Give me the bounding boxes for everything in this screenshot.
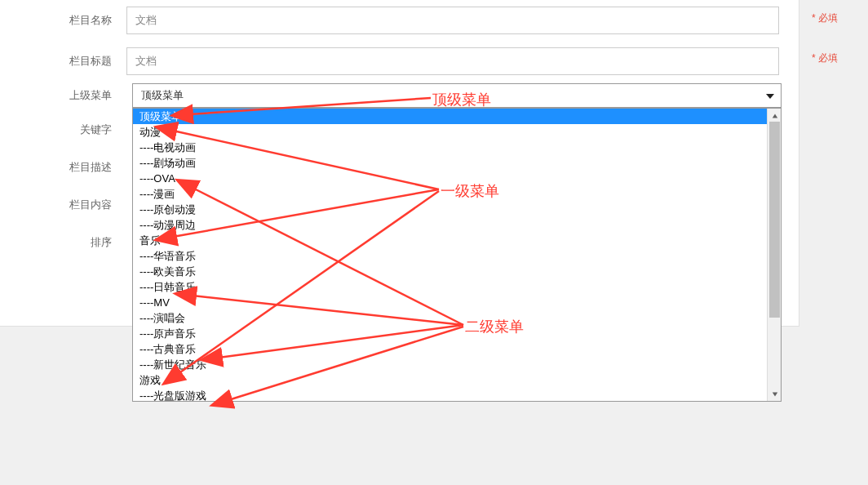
dropdown-option[interactable]: ----欧美音乐 — [133, 264, 767, 279]
dropdown-option[interactable]: ----演唱会 — [133, 310, 767, 326]
dropdown-option[interactable]: 动漫 — [133, 124, 767, 140]
dropdown-option[interactable]: ----华语音乐 — [133, 248, 767, 264]
parent-select-value: 顶级菜单 — [141, 88, 184, 103]
side-labels: 关键字 栏目描述 栏目内容 排序 — [0, 122, 126, 273]
scrollbar-thumb[interactable] — [769, 122, 780, 318]
dropdown-option[interactable]: ----MV — [133, 295, 767, 310]
dropdown-option[interactable]: 顶级菜单 — [133, 109, 767, 124]
dropdown-option[interactable]: ----光盘版游戏 — [133, 388, 767, 401]
desc-label: 栏目描述 — [0, 160, 126, 175]
dropdown-option[interactable]: 游戏 — [133, 372, 767, 388]
title-label: 栏目标题 — [0, 54, 126, 69]
order-label: 排序 — [0, 235, 126, 250]
scroll-up-icon[interactable] — [768, 109, 782, 122]
parent-select[interactable]: 顶级菜单 — [132, 83, 782, 108]
name-input[interactable] — [126, 7, 779, 34]
scroll-down-icon[interactable] — [768, 387, 782, 401]
dropdown-option[interactable]: ----电视动画 — [133, 140, 767, 155]
dropdown-option[interactable]: ----日韩音乐 — [133, 279, 767, 295]
dropdown-option[interactable]: ----动漫周边 — [133, 217, 767, 233]
dropdown-option[interactable]: ----新世纪音乐 — [133, 357, 767, 372]
dropdown-list[interactable]: 顶级菜单动漫----电视动画----剧场动画----OVA----漫画----原… — [133, 109, 767, 401]
scrollbar[interactable] — [767, 109, 781, 401]
dropdown-option[interactable]: ----OVA — [133, 171, 767, 186]
dropdown-option[interactable]: ----原创动漫 — [133, 202, 767, 217]
dropdown-option[interactable]: ----古典音乐 — [133, 341, 767, 357]
name-label: 栏目名称 — [0, 13, 126, 28]
title-input[interactable] — [126, 47, 779, 75]
required-1: * 必填 — [812, 11, 838, 25]
required-2: * 必填 — [812, 51, 838, 65]
row-title: 栏目标题 — [0, 41, 799, 82]
parent-dropdown: 顶级菜单动漫----电视动画----剧场动画----OVA----漫画----原… — [132, 108, 782, 402]
dropdown-option[interactable]: ----原声音乐 — [133, 326, 767, 341]
dropdown-option[interactable]: 音乐 — [133, 233, 767, 248]
row-name: 栏目名称 — [0, 0, 799, 41]
dropdown-option[interactable]: ----漫画 — [133, 186, 767, 202]
keyword-label: 关键字 — [0, 122, 126, 137]
parent-label: 上级菜单 — [0, 88, 126, 103]
content-label: 栏目内容 — [0, 198, 126, 212]
dropdown-option[interactable]: ----剧场动画 — [133, 155, 767, 171]
